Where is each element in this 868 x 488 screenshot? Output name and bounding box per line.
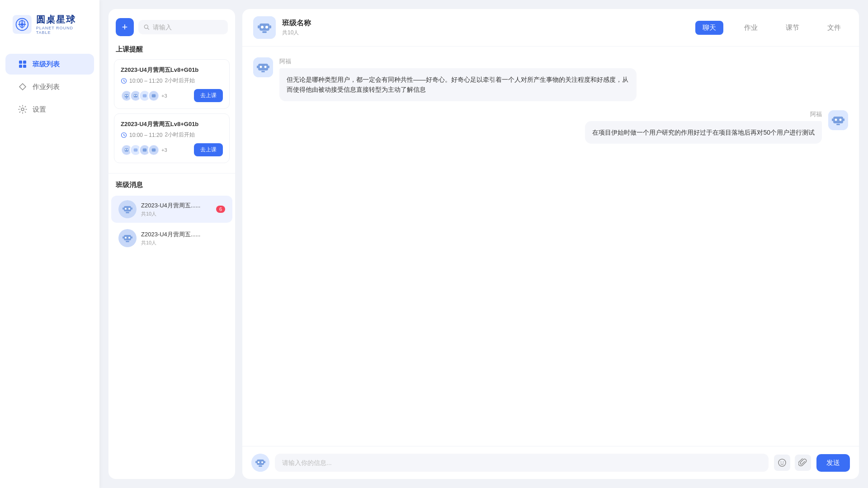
sidebar-item-label: 作业列表 xyxy=(33,83,60,91)
svg-point-63 xyxy=(835,118,837,121)
search-icon xyxy=(144,24,149,30)
message-item-2[interactable]: Z2023-U4月营周五...... 共10人 xyxy=(111,225,232,252)
svg-rect-62 xyxy=(833,117,843,123)
input-icons xyxy=(774,455,811,471)
attachment-button[interactable] xyxy=(795,455,811,471)
clock-icon xyxy=(121,132,127,138)
svg-point-26 xyxy=(127,149,128,150)
chat-title: 班级名称 xyxy=(282,19,689,28)
tab-lessons[interactable]: 课节 xyxy=(778,21,807,35)
search-bar: + xyxy=(108,18,235,43)
svg-rect-13 xyxy=(126,98,127,99)
search-input-wrap xyxy=(138,20,228,34)
message-avatar xyxy=(118,229,137,247)
svg-rect-46 xyxy=(131,236,132,239)
sidebar-item-label: 班级列表 xyxy=(33,60,60,69)
message-bubble: 在项目伊始时做一个用户研究的作用好过于在项目落地后再对50个用户进行测试 xyxy=(585,121,822,144)
chat-group-avatar xyxy=(253,16,276,39)
avatar-count: +3 xyxy=(161,147,167,153)
grid-icon xyxy=(18,60,27,69)
svg-point-42 xyxy=(125,237,127,239)
send-button[interactable]: 发送 xyxy=(816,454,850,472)
reminders-section-title: 上课提醒 xyxy=(108,43,235,59)
svg-rect-3 xyxy=(23,61,26,64)
svg-rect-53 xyxy=(269,25,271,28)
reminder-card-2: Z2023-U4月营周五Lv8+G01b 10:00 – 11:20 2小时后开… xyxy=(114,113,230,163)
svg-rect-58 xyxy=(261,71,265,72)
divider xyxy=(108,173,235,174)
svg-rect-74 xyxy=(264,461,265,463)
message-content: 阿福 但无论是哪种类型用户，都一定会有同种共性——好奇心。好奇心足以牵引着一个人… xyxy=(279,57,637,101)
svg-point-56 xyxy=(260,66,262,68)
emoji-button[interactable] xyxy=(774,455,790,471)
avatars-row: +3 xyxy=(121,144,167,156)
svg-rect-73 xyxy=(255,461,257,463)
message-name: Z2023-U4月营周五...... xyxy=(141,202,212,210)
message-info: Z2023-U4月营周五...... 共10人 xyxy=(141,202,212,217)
tab-chat[interactable]: 聊天 xyxy=(695,21,723,35)
sender-avatar xyxy=(253,57,273,77)
chat-title-info: 班级名称 共10人 xyxy=(282,19,689,37)
logo-main-text: 圆桌星球 xyxy=(36,14,87,26)
svg-point-64 xyxy=(840,118,842,121)
reminder-card-1: Z2023-U4月营周五Lv8+G01b 10:00 – 11:20 2小时后开… xyxy=(114,59,230,109)
svg-point-36 xyxy=(128,208,130,210)
chat-header: 班级名称 共10人 聊天 作业 课节 文件 xyxy=(242,9,859,47)
reminder-class-time: 10:00 – 11:20 2小时后开始 xyxy=(121,77,223,84)
chat-panel: 班级名称 共10人 聊天 作业 课节 文件 阿福 但无论是哪种类型用户，都一定会… xyxy=(242,9,859,479)
svg-rect-2 xyxy=(19,61,22,64)
chat-members: 共10人 xyxy=(282,29,689,37)
avatars-row: +3 xyxy=(121,90,167,102)
message-sender: 阿福 xyxy=(585,110,822,118)
svg-rect-32 xyxy=(152,148,156,151)
svg-point-35 xyxy=(125,208,127,210)
message-row-left: 阿福 但无论是哪种类型用户，都一定会有同种共性——好奇心。好奇心足以牵引着一个人… xyxy=(253,57,848,101)
svg-point-43 xyxy=(128,237,130,239)
goto-class-button[interactable]: 去上课 xyxy=(194,143,223,156)
svg-rect-60 xyxy=(268,66,269,68)
svg-point-70 xyxy=(258,461,259,463)
sidebar-item-homework-list[interactable]: 作业列表 xyxy=(5,76,94,97)
sender-avatar xyxy=(828,110,848,130)
sidebar-item-settings[interactable]: 设置 xyxy=(5,99,94,120)
svg-rect-67 xyxy=(843,118,844,121)
message-content: 阿福 在项目伊始时做一个用户研究的作用好过于在项目落地后再对50个用户进行测试 xyxy=(585,110,822,144)
tab-files[interactable]: 文件 xyxy=(820,21,848,35)
search-input[interactable] xyxy=(153,23,222,31)
message-sub: 共10人 xyxy=(141,211,212,217)
clock-icon xyxy=(121,78,127,84)
message-name: Z2023-U4月营周五...... xyxy=(141,230,225,239)
sidebar-item-class-list[interactable]: 班级列表 xyxy=(5,54,94,75)
reminder-class-time: 10:00 – 11:20 2小时后开始 xyxy=(121,131,223,139)
svg-point-50 xyxy=(265,26,268,28)
svg-rect-52 xyxy=(258,25,259,28)
message-sub: 共10人 xyxy=(141,239,225,246)
reminder-class-name: Z2023-U4月营周五Lv8+G01b xyxy=(121,120,223,128)
message-item-1[interactable]: Z2023-U4月营周五...... 共10人 6 xyxy=(111,196,232,223)
message-badge: 6 xyxy=(216,206,225,213)
svg-rect-38 xyxy=(123,207,124,210)
svg-point-16 xyxy=(134,94,136,96)
svg-rect-4 xyxy=(19,65,22,68)
svg-rect-45 xyxy=(123,236,124,239)
chat-messages: 阿福 但无论是哪种类型用户，都一定会有同种共性——好奇心。好奇心足以牵引着一个人… xyxy=(242,47,859,446)
svg-rect-39 xyxy=(131,207,132,210)
logo-area: 圆桌星球 PLANET ROUND TABLE xyxy=(0,14,99,53)
avatar xyxy=(148,144,160,156)
svg-rect-65 xyxy=(836,124,840,125)
goto-class-button[interactable]: 去上课 xyxy=(194,89,223,102)
tab-homework[interactable]: 作业 xyxy=(737,21,765,35)
message-info: Z2023-U4月营周五...... 共10人 xyxy=(141,230,225,246)
left-panel: + 上课提醒 Z2023-U4月营周五Lv8+G01b 10:00 – 11:2… xyxy=(108,9,235,479)
message-bubble: 但无论是哪种类型用户，都一定会有同种共性——好奇心。好奇心足以牵引着一个人对所产… xyxy=(279,68,637,101)
svg-rect-19 xyxy=(143,94,146,97)
svg-rect-51 xyxy=(262,31,267,33)
chat-input-area: 发送 xyxy=(242,446,859,479)
svg-rect-55 xyxy=(258,64,268,70)
add-button[interactable]: + xyxy=(116,18,134,36)
svg-point-71 xyxy=(261,461,263,463)
chat-input[interactable] xyxy=(275,454,769,472)
svg-rect-66 xyxy=(832,118,833,121)
sidebar-item-label: 设置 xyxy=(33,105,46,114)
reminder-class-name: Z2023-U4月营周五Lv8+G01b xyxy=(121,66,223,74)
